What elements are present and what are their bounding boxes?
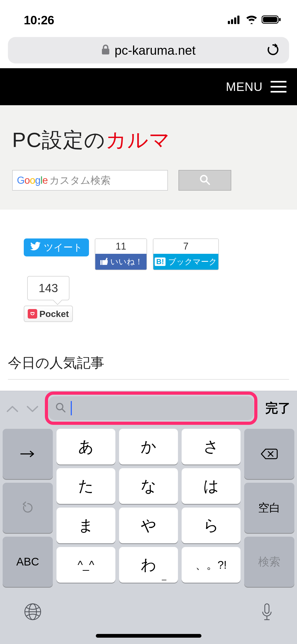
next-field-icon[interactable] bbox=[26, 400, 39, 416]
site-nav: MENU bbox=[0, 68, 297, 105]
globe-icon[interactable] bbox=[24, 603, 42, 623]
site-title[interactable]: PC設定のカルマ bbox=[12, 126, 285, 154]
cellular-icon bbox=[228, 15, 242, 25]
page-header: PC設定のカルマ Google カスタム検索 bbox=[0, 105, 297, 209]
site-title-prefix: PC設定の bbox=[12, 128, 106, 151]
svg-rect-7 bbox=[102, 49, 109, 54]
menu-label[interactable]: MENU bbox=[226, 80, 263, 94]
key-na[interactable]: な bbox=[119, 468, 178, 504]
keyboard: ABC あ か さ た な は ま や ら ^_^ わ_ 、。?! bbox=[0, 425, 297, 587]
svg-rect-1 bbox=[231, 19, 233, 24]
site-title-karma: カルマ bbox=[106, 128, 171, 151]
keyboard-area: 完了 ABC あ か さ た な は ま bbox=[0, 391, 297, 644]
hatena-count: 7 bbox=[153, 239, 218, 254]
svg-rect-18 bbox=[265, 604, 269, 613]
tweet-label: ツイート bbox=[44, 241, 83, 254]
address-bar[interactable]: pc-karuma.net bbox=[8, 37, 289, 63]
key-ya[interactable]: や bbox=[119, 508, 178, 543]
pocket-share: 143 Pocket bbox=[24, 276, 73, 322]
google-logo: Google bbox=[17, 175, 48, 186]
search-icon bbox=[199, 174, 210, 186]
key-ma[interactable]: ま bbox=[56, 508, 115, 543]
mic-icon[interactable] bbox=[261, 603, 273, 623]
twitter-icon bbox=[30, 242, 41, 253]
pocket-icon bbox=[28, 309, 37, 319]
svg-line-11 bbox=[62, 409, 65, 412]
thumbs-up-icon bbox=[99, 257, 108, 267]
text-cursor bbox=[71, 401, 72, 415]
lock-icon bbox=[101, 44, 110, 56]
wifi-icon bbox=[245, 15, 258, 25]
key-punct[interactable]: 、。?! bbox=[182, 547, 241, 583]
facebook-share[interactable]: 11 いいね！ bbox=[95, 238, 147, 270]
facebook-count: 11 bbox=[95, 239, 147, 254]
url-text: pc-karuma.net bbox=[115, 43, 196, 58]
home-indicator[interactable] bbox=[96, 634, 201, 638]
key-wa[interactable]: わ_ bbox=[119, 547, 178, 583]
key-space[interactable]: 空白 bbox=[244, 483, 294, 533]
search-icon bbox=[55, 402, 66, 414]
pocket-button[interactable]: Pocket bbox=[24, 306, 73, 322]
hatena-share[interactable]: 7 B! ブックマーク bbox=[153, 238, 219, 270]
google-search-button[interactable] bbox=[178, 170, 231, 191]
share-row: ツイート 11 いいね！ 7 B! ブックマーク 143 bbox=[0, 209, 297, 322]
hatena-label: ブックマーク bbox=[168, 256, 217, 267]
key-undo[interactable] bbox=[3, 483, 53, 533]
pocket-label: Pocket bbox=[39, 309, 69, 319]
popular-heading: 今日の人気記事 bbox=[8, 354, 289, 379]
key-ra[interactable]: ら bbox=[182, 508, 241, 543]
inline-search-field[interactable] bbox=[49, 396, 254, 420]
svg-rect-3 bbox=[237, 16, 239, 24]
status-time: 10:26 bbox=[24, 13, 54, 27]
key-abc[interactable]: ABC bbox=[3, 537, 53, 587]
key-ta[interactable]: た bbox=[56, 468, 115, 504]
svg-rect-0 bbox=[228, 21, 230, 24]
battery-icon bbox=[262, 15, 281, 25]
key-sa[interactable]: さ bbox=[182, 429, 241, 464]
reload-icon[interactable] bbox=[267, 43, 279, 58]
key-ka[interactable]: か bbox=[119, 429, 178, 464]
pocket-count: 143 bbox=[27, 276, 69, 300]
google-search-placeholder: カスタム検索 bbox=[49, 174, 111, 187]
key-backspace[interactable] bbox=[244, 429, 294, 479]
hatena-icon: B! bbox=[155, 257, 166, 266]
status-bar: 10:26 bbox=[0, 0, 297, 35]
key-a[interactable]: あ bbox=[56, 429, 115, 464]
key-search[interactable]: 検索 bbox=[244, 537, 294, 587]
hamburger-icon[interactable] bbox=[271, 81, 286, 93]
keyboard-accessory: 完了 bbox=[0, 391, 297, 425]
google-search-input[interactable]: Google カスタム検索 bbox=[12, 170, 168, 191]
svg-line-9 bbox=[206, 181, 209, 184]
status-icons bbox=[228, 15, 281, 25]
prev-field-icon[interactable] bbox=[6, 400, 18, 416]
key-arrow-right[interactable] bbox=[3, 429, 53, 479]
tweet-button[interactable]: ツイート bbox=[24, 238, 89, 256]
svg-rect-5 bbox=[263, 17, 277, 22]
svg-rect-6 bbox=[279, 18, 281, 21]
keyboard-done-button[interactable]: 完了 bbox=[258, 400, 291, 417]
address-bar-container: pc-karuma.net bbox=[0, 35, 297, 68]
facebook-label: いいね！ bbox=[110, 256, 143, 267]
key-ha[interactable]: は bbox=[182, 468, 241, 504]
key-emoji[interactable]: ^_^ bbox=[56, 547, 115, 583]
svg-rect-2 bbox=[234, 17, 236, 24]
